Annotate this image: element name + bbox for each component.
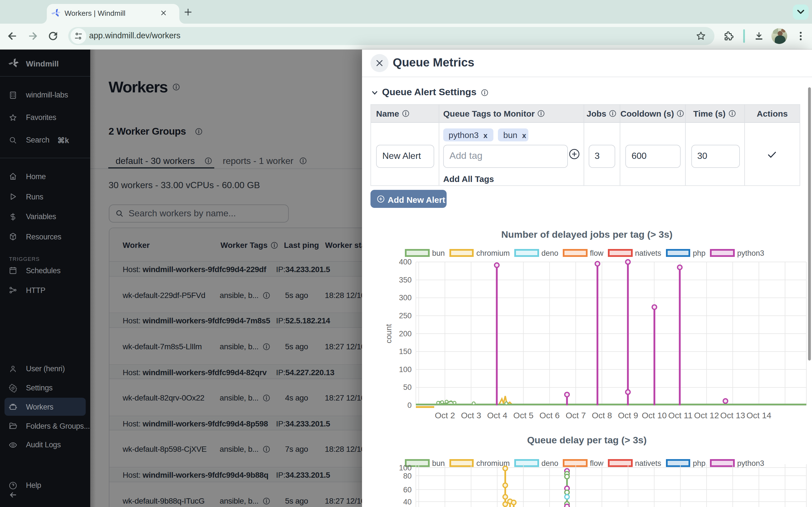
svg-text:100: 100 <box>399 464 412 472</box>
svg-text:40: 40 <box>403 498 412 506</box>
svg-text:150: 150 <box>399 347 412 356</box>
svg-text:300: 300 <box>399 293 412 302</box>
svg-text:Oct 6: Oct 6 <box>539 411 560 420</box>
svg-text:Oct 4: Oct 4 <box>487 411 507 420</box>
svg-text:count: count <box>384 324 393 343</box>
svg-text:Oct 14: Oct 14 <box>746 411 771 420</box>
svg-text:Oct 3: Oct 3 <box>461 411 481 420</box>
svg-text:Oct 9: Oct 9 <box>618 411 638 420</box>
svg-text:400: 400 <box>399 258 412 266</box>
svg-text:Oct 5: Oct 5 <box>513 411 534 420</box>
svg-text:Oct 13: Oct 13 <box>720 411 745 420</box>
svg-text:80: 80 <box>403 472 412 480</box>
svg-text:50: 50 <box>403 383 412 392</box>
svg-text:Oct 11: Oct 11 <box>668 411 693 420</box>
svg-text:250: 250 <box>399 312 412 320</box>
svg-text:Oct 8: Oct 8 <box>592 411 612 420</box>
svg-text:100: 100 <box>399 365 412 374</box>
svg-text:Oct 7: Oct 7 <box>566 411 586 420</box>
svg-text:200: 200 <box>399 330 412 338</box>
svg-text:60: 60 <box>403 486 412 494</box>
svg-text:350: 350 <box>399 276 412 284</box>
svg-text:0: 0 <box>407 401 412 409</box>
svg-text:Oct 12: Oct 12 <box>694 411 719 420</box>
svg-text:Oct 10: Oct 10 <box>642 411 666 420</box>
svg-text:Oct 2: Oct 2 <box>435 411 455 420</box>
